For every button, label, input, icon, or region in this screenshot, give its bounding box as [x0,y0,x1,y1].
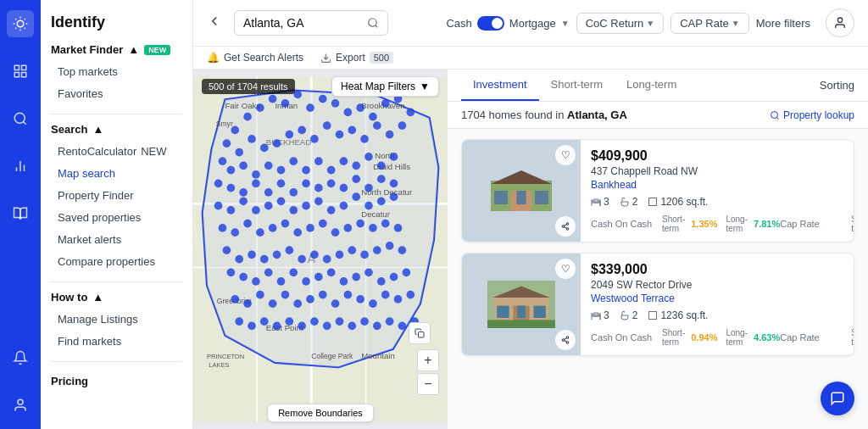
share-button-2[interactable] [555,330,576,350]
zoom-out-button[interactable]: − [417,373,439,395]
sidebar-item-market-alerts[interactable]: Market alerts [51,229,182,250]
card-neighborhood-1[interactable]: Bankhead [591,179,854,191]
chart-icon[interactable] [7,153,34,180]
svg-text:East Point: East Point [266,323,303,332]
sidebar-item-top-markets[interactable]: Top markets [51,61,182,82]
svg-point-120 [377,198,386,206]
favorite-button-2[interactable]: ♡ [555,259,576,279]
svg-point-181 [406,291,415,299]
book-icon[interactable] [7,200,34,227]
svg-point-58 [369,113,377,121]
svg-point-47 [231,126,239,135]
bell-rail-icon[interactable] [7,344,34,371]
svg-point-207 [562,226,565,228]
house-illustration-1 [487,165,555,216]
svg-line-224 [565,341,567,343]
sorting-button[interactable]: Sorting [820,79,854,92]
alert-label: Get Search Alerts [224,52,303,64]
search-rail-icon[interactable] [7,105,34,132]
svg-point-100 [314,184,323,192]
tab-investment[interactable]: Investment [461,70,539,101]
profile-button[interactable] [826,8,854,37]
svg-point-136 [394,224,403,232]
sidebar-item-compare-properties[interactable]: Compare properties [51,251,182,272]
lightbulb-icon[interactable] [7,10,34,37]
svg-point-172 [293,299,302,308]
copy-map-button[interactable] [409,322,431,344]
beds-count-1: 3 [604,196,609,208]
svg-point-151 [398,246,407,254]
share-icon-1 [561,222,570,231]
toggle-switch[interactable] [477,16,504,31]
divider-2 [51,281,182,282]
grid-icon[interactable] [7,58,34,85]
sidebar-item-saved-properties[interactable]: Saved properties [51,207,182,228]
svg-point-155 [264,269,273,277]
svg-text:Smyr: Smyr [216,120,233,128]
svg-point-111 [264,202,273,210]
favorite-button-1[interactable]: ♡ [555,145,576,165]
tab-long-term[interactable]: Long-term [615,70,688,101]
svg-point-195 [398,322,407,331]
svg-rect-9 [14,65,19,70]
export-button[interactable]: Export 500 [320,52,393,64]
share-button-1[interactable] [555,216,576,237]
sidebar-item-map-search[interactable]: Map search [51,163,182,184]
remove-boundaries-button[interactable]: Remove Boundaries [267,404,374,422]
property-card-2: ♡ $339,000 2049 SW Rector Drive Westwood… [461,253,854,356]
location-search-input[interactable] [243,16,362,30]
baths-spec-1: 2 [620,196,638,208]
market-finder-label: Market Finder [51,43,123,56]
sidebar-item-property-finder[interactable]: Property Finder [51,185,182,206]
sidebar-item-pricing[interactable]: Pricing [51,370,182,392]
search-section[interactable]: Search ▲ [51,123,182,136]
new-badge: NEW [144,45,170,55]
svg-point-18 [18,399,23,404]
svg-point-97 [277,180,286,188]
howto-section[interactable]: How to ▲ [51,291,182,304]
card-content-1: $409,900 437 Chappell Road NW Bankhead 3 [581,140,854,242]
market-finder-section[interactable]: Market Finder ▲ NEW [51,43,182,56]
heat-map-chevron-icon: ▼ [420,81,430,92]
card-neighborhood-2[interactable]: Westwood Terrace [591,292,854,304]
svg-point-144 [310,251,319,259]
more-filters-button[interactable]: More filters [756,17,810,30]
svg-point-189 [323,322,331,331]
coc-return-filter[interactable]: CoC Return ▼ [576,13,665,34]
svg-point-112 [277,198,286,206]
back-button[interactable] [207,14,222,33]
zoom-in-button[interactable]: + [417,349,439,371]
short-term-coc-val-1: 1.35% [691,219,717,229]
svg-line-20 [376,25,378,28]
sidebar-item-manage-listings[interactable]: Manage Listings [51,309,182,330]
svg-point-129 [306,224,314,232]
cap-label-1: Cap Rate [780,219,848,229]
sidebar-item-rentocalculator[interactable]: RentoCalculator NEW [51,141,182,162]
tab-short-term[interactable]: Short-term [539,70,615,101]
card-address-2: 2049 SW Rector Drive [591,279,854,291]
svg-text:BUCKHEAD: BUCKHEAD [266,137,312,147]
cash-mortgage-toggle[interactable]: Cash Mortgage ▼ [446,16,569,31]
cash-label: Cash [446,17,471,30]
svg-line-3 [15,19,16,20]
bath-icon-2 [620,310,630,320]
svg-point-161 [340,277,348,286]
svg-point-87 [340,157,348,165]
heat-map-filter-button[interactable]: Heat Map Filters ▼ [331,76,439,97]
sidebar-item-favorites[interactable]: Favorites [51,83,182,104]
svg-point-77 [219,157,227,165]
svg-point-150 [386,242,394,250]
svg-point-187 [298,322,306,331]
property-lookup-button[interactable]: Property lookup [770,109,854,121]
map-area: 500 of 1704 results Heat Map Filters ▼ [193,70,448,429]
howto-label: How to [51,291,87,304]
user-rail-icon[interactable] [7,392,34,419]
svg-point-158 [302,277,310,286]
get-search-alerts-button[interactable]: 🔔 Get Search Alerts [207,52,303,64]
svg-point-156 [277,277,286,286]
chat-bubble-button[interactable] [821,382,854,415]
svg-point-135 [381,220,390,228]
chevron-up-search-icon: ▲ [92,123,103,136]
cap-rate-filter[interactable]: CAP Rate ▼ [670,13,748,34]
sidebar-item-find-markets[interactable]: Find markets [51,331,182,352]
